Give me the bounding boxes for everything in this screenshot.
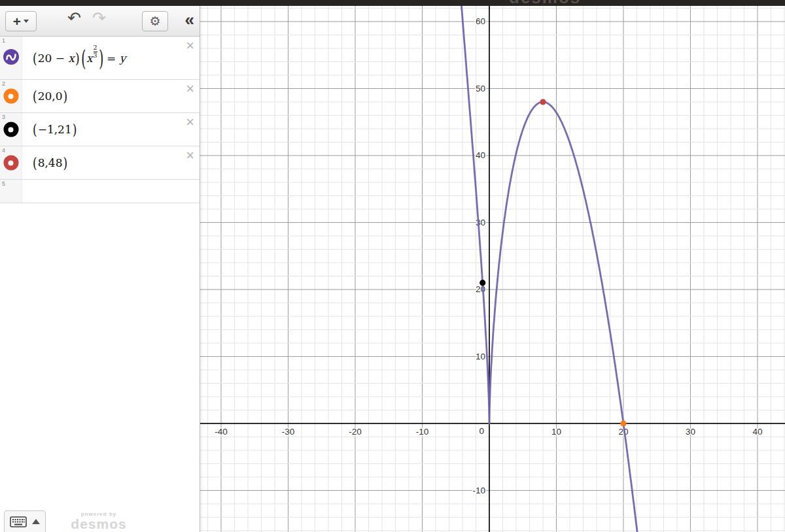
point-color-dot — [3, 156, 18, 171]
arrow-up-icon — [32, 519, 40, 524]
expression-row[interactable]: 3 (−1,21) × — [0, 113, 200, 146]
expression-content[interactable]: (8,48) — [22, 146, 200, 179]
close-icon[interactable]: × — [186, 39, 194, 53]
axis-tick-label: 10 — [551, 427, 561, 437]
plotted-point[interactable] — [480, 280, 485, 286]
redo-icon[interactable]: ↷ — [92, 8, 106, 27]
gear-icon: ⚙ — [149, 14, 160, 29]
keyboard-icon — [10, 516, 27, 527]
expression-content[interactable]: (20,0) — [22, 80, 200, 112]
axis-tick-label: 30 — [686, 427, 695, 437]
expression-content[interactable]: (−1,21) — [22, 113, 200, 146]
undo-icon[interactable]: ↶ — [67, 8, 81, 27]
row-number: 1 — [2, 37, 5, 44]
axis-tick-label: 40 — [476, 150, 485, 160]
close-icon[interactable]: × — [186, 82, 194, 96]
row-number: 4 — [2, 147, 5, 154]
plus-icon: + — [13, 14, 21, 28]
chevron-down-icon — [24, 20, 29, 23]
axis-tick-label: 50 — [476, 84, 485, 93]
expression-gutter[interactable]: 4 — [0, 146, 22, 179]
axis-tick-label: 0 — [479, 426, 484, 436]
expression-list: 1 (20 − x)(x23)= y × 2 (20,0) × 3 (−1,21… — [0, 37, 200, 203]
expression-gutter[interactable]: 3 — [0, 113, 22, 146]
axis-tick-label: 30 — [476, 218, 485, 227]
desmos-brand-text: desmos — [509, 0, 581, 6]
point-color-dot — [3, 122, 18, 137]
axis-tick-label: -10 — [472, 486, 485, 495]
expression-toolbar: + ↶ ↷ ⚙ « — [0, 6, 200, 37]
point-color-dot — [3, 89, 18, 104]
expression-row[interactable]: 4 (8,48) × — [0, 146, 200, 180]
axis-tick-label: 40 — [752, 427, 762, 437]
powered-by-desmos-watermark: powered by desmos — [67, 512, 130, 531]
expression-row[interactable]: 2 (20,0) × — [0, 80, 200, 113]
close-icon[interactable]: × — [186, 148, 194, 163]
expression-row[interactable]: 5 — [0, 180, 200, 203]
plotted-point[interactable] — [620, 420, 626, 426]
expression-content[interactable] — [22, 180, 200, 203]
close-icon[interactable]: × — [186, 115, 194, 129]
expression-gutter[interactable]: 2 — [0, 80, 22, 112]
axis-tick-label: 10 — [476, 352, 485, 361]
expression-gutter[interactable]: 5 — [0, 180, 22, 203]
point-expression-icon[interactable] — [3, 89, 18, 104]
plotted-point[interactable] — [540, 99, 546, 105]
row-number: 5 — [2, 180, 5, 187]
add-expression-button[interactable]: + — [5, 11, 37, 31]
graph-svg[interactable]: -40-30-20-10010203040605040302010-10 — [200, 6, 785, 532]
point-expression-icon[interactable] — [3, 122, 18, 137]
row-number: 2 — [2, 80, 5, 87]
undo-redo-group: ↶ ↷ — [67, 8, 106, 27]
expression-gutter[interactable]: 1 — [0, 37, 22, 79]
browser-top-bar: desmos — [0, 0, 785, 6]
watermark-desmos: desmos — [67, 517, 130, 531]
graph-settings-button[interactable]: ⚙ — [142, 11, 168, 31]
axis-tick-label: 60 — [476, 16, 485, 26]
expression-content[interactable]: (20 − x)(x23)= y — [22, 37, 200, 79]
axis-tick-label: -30 — [282, 427, 295, 437]
graph-paper[interactable]: -40-30-20-10010203040605040302010-10 — [200, 6, 785, 532]
expression-panel: + ↶ ↷ ⚙ « 1 (20 − x)(x23)= y × 2 (20,0) … — [0, 6, 200, 532]
row-number: 3 — [2, 114, 5, 120]
keyboard-toggle-button[interactable] — [4, 510, 46, 532]
expression-row[interactable]: 1 (20 − x)(x23)= y × — [0, 37, 200, 80]
collapse-panel-button[interactable]: « — [185, 10, 194, 30]
axis-tick-label: -10 — [416, 427, 429, 437]
axis-tick-label: -40 — [215, 427, 228, 437]
curve-expression-icon[interactable] — [3, 48, 19, 67]
axis-tick-label: -20 — [349, 427, 362, 437]
point-expression-icon[interactable] — [3, 156, 18, 171]
